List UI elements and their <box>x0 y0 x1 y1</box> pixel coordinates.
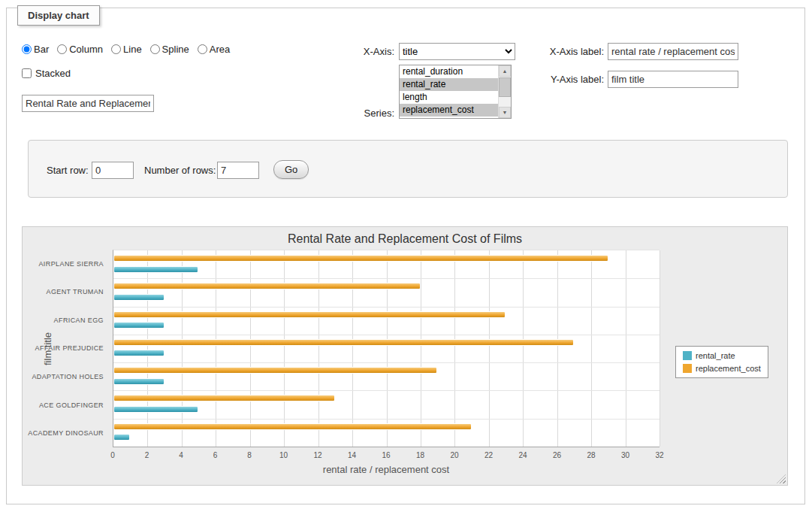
y-axis-label-label: Y-Axis label: <box>531 74 604 85</box>
bar-group <box>113 250 660 278</box>
series-option-rental_rate[interactable]: rental_rate <box>400 78 498 91</box>
legend-swatch <box>683 364 692 373</box>
x-tick-labels: 02468101214161820222426283032 <box>113 451 660 462</box>
legend-item-rental_rate[interactable]: rental_rate <box>683 351 761 360</box>
x-tick-label: 24 <box>518 451 527 459</box>
bar-rental_rate[interactable] <box>113 378 165 385</box>
chart-legend: rental_ratereplacement_cost <box>675 346 768 378</box>
bar-replacement_cost[interactable] <box>113 255 608 262</box>
x-tick-label: 4 <box>179 451 183 459</box>
bar-rental_rate[interactable] <box>113 294 165 301</box>
rows-fieldset: Start row: Number of rows: Go <box>28 140 788 198</box>
series-select-label: Series: <box>322 108 394 119</box>
x-axis-select[interactable]: title <box>399 43 515 60</box>
bar-group <box>113 307 660 335</box>
stacked-checkbox[interactable] <box>22 68 32 78</box>
scroll-up-icon[interactable]: ▲ <box>499 65 511 77</box>
number-of-rows-input[interactable] <box>217 162 259 179</box>
category-label: ACADEMY DINOSAUR <box>23 419 104 447</box>
x-tick-label: 16 <box>382 451 390 459</box>
legend-item-replacement_cost[interactable]: replacement_cost <box>683 364 761 373</box>
series-scrollbar[interactable]: ▲ ▼ <box>498 65 511 118</box>
x-tick-label: 20 <box>450 451 458 459</box>
chart-type-radio-bar[interactable] <box>22 44 32 54</box>
category-label: ADAPTATION HOLES <box>23 362 104 391</box>
category-label: AFRICAN EGG <box>23 306 104 335</box>
bar-rental_rate[interactable] <box>113 266 198 273</box>
stacked-option[interactable]: Stacked <box>22 68 71 79</box>
chart-type-radio-area[interactable] <box>198 44 207 54</box>
bar-rental_rate[interactable] <box>113 350 165 356</box>
x-tick-label: 22 <box>484 451 493 459</box>
chart-type-label: Bar <box>34 44 49 55</box>
scroll-down-icon[interactable]: ▼ <box>499 107 511 118</box>
chart-type-spline[interactable]: Spline <box>150 44 189 55</box>
bar-group <box>113 362 660 390</box>
bar-replacement_cost[interactable] <box>113 423 472 430</box>
x-tick-label: 8 <box>247 451 252 459</box>
x-tick-label: 6 <box>213 451 218 459</box>
bar-replacement_cost[interactable] <box>113 311 506 318</box>
gridline <box>660 250 660 447</box>
bar-rental_rate[interactable] <box>113 406 198 413</box>
chart-title-input[interactable] <box>22 95 154 112</box>
chart-type-label: Line <box>123 44 142 55</box>
chart-type-radio-spline[interactable] <box>150 44 160 54</box>
chart-type-bar[interactable]: Bar <box>22 44 49 55</box>
chart-title: Rental Rate and Replacement Cost of Film… <box>23 232 787 246</box>
resize-handle-icon[interactable] <box>777 474 786 483</box>
category-label: AIRPLANE SIERRA <box>23 250 104 278</box>
chart-type-radios: BarColumnLineSplineArea <box>22 44 230 55</box>
x-tick-label: 14 <box>348 451 356 459</box>
display-chart-panel: Display chart BarColumnLineSplineArea St… <box>6 8 805 504</box>
bar-rental_rate[interactable] <box>113 434 130 441</box>
stacked-label: Stacked <box>35 68 71 79</box>
x-tick-label: 10 <box>279 451 288 459</box>
bar-group <box>113 390 660 418</box>
x-tick-label: 32 <box>655 451 663 459</box>
x-tick-label: 18 <box>416 451 424 459</box>
x-tick-label: 0 <box>110 451 115 459</box>
category-label: ACE GOLDFINGER <box>23 391 104 420</box>
legend-label: rental_rate <box>696 351 735 360</box>
bar-replacement_cost[interactable] <box>113 339 574 346</box>
series-listbox[interactable]: rental_durationrental_ratelengthreplacem… <box>399 65 512 119</box>
x-tick-label: 2 <box>145 451 149 459</box>
chart-type-label: Spline <box>162 44 189 55</box>
x-tick-label: 26 <box>553 451 561 459</box>
legend-swatch <box>683 351 692 360</box>
start-row-label: Start row: <box>47 165 89 176</box>
category-label: AFFAIR PREJUDICE <box>23 335 104 363</box>
chart-type-area[interactable]: Area <box>198 44 230 55</box>
x-tick-label: 12 <box>313 451 321 459</box>
legend-label: replacement_cost <box>696 364 761 373</box>
y-axis-label-input[interactable] <box>608 71 738 88</box>
chart-type-label: Column <box>69 44 103 55</box>
x-tick-label: 30 <box>621 451 629 459</box>
bar-rental_rate[interactable] <box>113 322 165 329</box>
scrollbar-thumb[interactable] <box>499 77 511 97</box>
x-axis-title: rental rate / replacement cost <box>113 464 660 475</box>
x-axis-label-input[interactable] <box>608 43 738 60</box>
go-button[interactable]: Go <box>273 160 309 179</box>
chart-type-radio-line[interactable] <box>111 44 121 54</box>
x-tick-label: 28 <box>587 451 595 459</box>
chart-container: Rental Rate and Replacement Cost of Film… <box>22 226 788 486</box>
chart-type-column[interactable]: Column <box>57 44 103 55</box>
bar-group <box>113 419 660 447</box>
bar-replacement_cost[interactable] <box>113 367 437 374</box>
chart-type-label: Area <box>210 44 230 55</box>
bar-group <box>113 335 660 362</box>
bar-group <box>113 278 660 306</box>
bar-replacement_cost[interactable] <box>113 395 335 401</box>
series-option-rental_duration[interactable]: rental_duration <box>400 65 498 78</box>
number-of-rows-label: Number of rows: <box>144 165 216 176</box>
chart-type-radio-column[interactable] <box>57 44 67 54</box>
series-option-length[interactable]: length <box>400 91 498 104</box>
series-options: rental_durationrental_ratelengthreplacem… <box>400 65 498 118</box>
series-option-replacement_cost[interactable]: replacement_cost <box>400 104 498 117</box>
chart-type-line[interactable]: Line <box>111 44 142 55</box>
start-row-input[interactable] <box>92 162 134 179</box>
bar-replacement_cost[interactable] <box>113 283 421 289</box>
category-label: AGENT TRUMAN <box>23 278 104 307</box>
